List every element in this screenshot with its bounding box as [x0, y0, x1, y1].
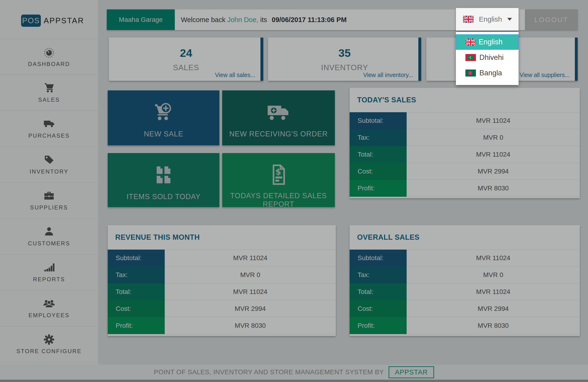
selected-language-label: English	[479, 15, 502, 23]
language-option-english[interactable]: English	[456, 34, 519, 50]
uk-flag-icon	[465, 39, 476, 45]
language-option-bangla[interactable]: Bangla	[456, 65, 519, 81]
language-select[interactable]: English	[456, 8, 519, 30]
uk-flag-icon	[463, 16, 474, 23]
chevron-down-icon	[507, 18, 512, 21]
language-option-label: Dhivehi	[479, 53, 504, 62]
language-option-label: Bangla	[479, 69, 502, 77]
language-option-label: English	[479, 38, 503, 46]
maldives-flag-icon	[465, 54, 476, 61]
language-option-dhivehi[interactable]: Dhivehi	[456, 50, 519, 65]
language-dropdown-menu: English Dhivehi Bangla	[456, 32, 519, 85]
bangladesh-flag-icon	[465, 69, 476, 77]
